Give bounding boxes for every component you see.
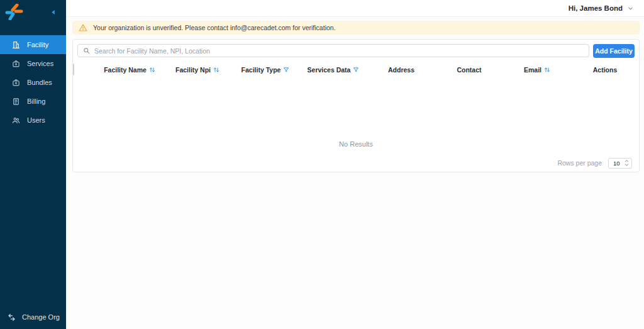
content: Your organization is unverified. Please … [66, 17, 644, 329]
rows-per-page-label: Rows per page [557, 159, 602, 167]
sidebar-item-label: Services [27, 60, 53, 67]
filter-icon[interactable] [353, 67, 359, 73]
column-label: Email [524, 66, 541, 74]
sidebar-item-billing[interactable]: Billing [0, 92, 66, 111]
sidebar-item-users[interactable]: Users [0, 111, 66, 130]
sidebar-item-bundles[interactable]: Bundles [0, 73, 66, 92]
sidebar-item-label: Facility [27, 41, 48, 48]
column-label: Services Data [308, 66, 351, 74]
add-facility-button[interactable]: Add Facility [593, 44, 635, 58]
sidebar-item-label: Users [27, 116, 45, 124]
column-header-facility-type[interactable]: Facility Type [231, 66, 299, 74]
column-header-facility-npi[interactable]: Facility Npi [164, 66, 231, 74]
column-label: Facility Type [242, 66, 281, 74]
column-header-services-data[interactable]: Services Data [299, 66, 367, 74]
column-header-email[interactable]: Email [503, 66, 571, 74]
sidebar-item-services[interactable]: Services [0, 54, 66, 73]
verification-banner: Your organization is unverified. Please … [72, 21, 640, 35]
bundles-icon [12, 79, 20, 87]
search-icon [83, 47, 90, 54]
sort-icon[interactable] [213, 67, 219, 73]
sidebar-item-change-org[interactable]: Change Org [0, 309, 66, 325]
search-input[interactable] [94, 47, 584, 55]
sidebar-item-label: Billing [27, 98, 45, 105]
sidebar-item-facility[interactable]: Facility [0, 35, 66, 54]
top-bar: Hi, James Bond [66, 0, 644, 17]
column-label: Address [388, 66, 414, 74]
services-icon [12, 60, 20, 68]
carecadet-logo-icon [5, 4, 24, 20]
search-box [77, 44, 589, 57]
table-header-row: Facility NameFacility NpiFacility TypeSe… [73, 62, 639, 77]
column-header-contact: Contact [435, 66, 503, 74]
column-label: Contact [457, 66, 481, 74]
table-body: No Results [73, 77, 639, 154]
column-label: Facility Npi [175, 66, 211, 74]
sidebar: FacilityServicesBundlesBillingUsers Chan… [0, 0, 66, 329]
panel-toolbar: Add Facility [73, 40, 639, 62]
sidebar-item-label: Bundles [27, 79, 52, 86]
column-header-actions: Actions [571, 66, 639, 74]
main-area: Hi, James Bond Your organization is unve… [66, 0, 644, 329]
select-all-checkbox[interactable] [73, 64, 74, 75]
column-header-facility-name[interactable]: Facility Name [96, 66, 164, 74]
warning-icon [79, 23, 87, 32]
sidebar-nav: FacilityServicesBundlesBillingUsers [0, 35, 66, 130]
facility-panel: Add Facility Facility NameFacility NpiFa… [72, 39, 640, 172]
change-org-label: Change Org [22, 313, 60, 321]
column-label: Actions [593, 66, 618, 74]
banner-text: Your organization is unverified. Please … [93, 24, 336, 31]
empty-state-text: No Results [339, 140, 373, 148]
column-label: Facility Name [104, 66, 147, 74]
facility-icon [12, 41, 20, 49]
column-header-address: Address [367, 66, 435, 74]
filter-icon[interactable] [283, 67, 289, 73]
users-icon [12, 116, 20, 125]
sidebar-collapse-icon[interactable] [48, 8, 57, 16]
chevron-down-icon[interactable] [627, 5, 634, 12]
sort-icon[interactable] [149, 67, 155, 73]
table-footer: Rows per page 10 [73, 154, 639, 172]
sort-icon[interactable] [544, 67, 550, 73]
rows-per-page-value: 10 [613, 160, 620, 167]
swap-icon [8, 313, 16, 321]
rows-per-page-select[interactable]: 10 [608, 158, 632, 169]
billing-icon [12, 98, 20, 106]
stepper-icon [625, 160, 629, 166]
user-menu[interactable]: Hi, James Bond [569, 4, 623, 12]
